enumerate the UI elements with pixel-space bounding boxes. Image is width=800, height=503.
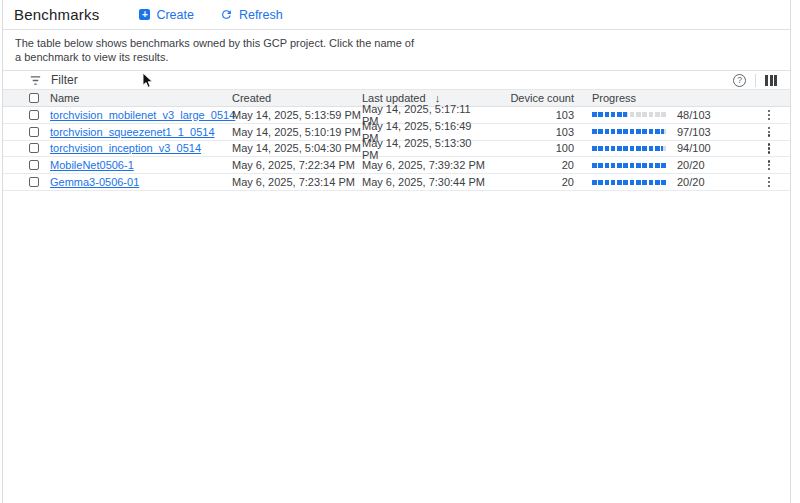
select-all-checkbox[interactable]: [29, 93, 39, 103]
table-body: torchvision_mobilenet_v3_large_0514 May …: [3, 107, 790, 191]
progress-label: 97/103: [677, 126, 711, 138]
row-actions-menu-icon[interactable]: [765, 125, 773, 139]
column-header-progress: Progress: [592, 92, 636, 104]
table-row: MobileNet0506-1 May 6, 2025, 7:22:34 PM …: [3, 157, 790, 174]
column-header-created[interactable]: Created: [232, 92, 362, 104]
row-updated: May 6, 2025, 7:39:32 PM: [362, 159, 486, 171]
row-checkbox-cell: [3, 177, 50, 187]
row-actions-menu-icon[interactable]: [765, 158, 773, 172]
row-checkbox-cell: [3, 143, 50, 153]
row-checkbox-cell: [3, 110, 50, 120]
progress-bar: [592, 146, 668, 151]
row-progress-cell: 48/103: [592, 109, 711, 121]
help-icon[interactable]: ?: [733, 74, 746, 87]
refresh-icon: [220, 8, 233, 21]
row-checkbox[interactable]: [29, 160, 39, 170]
row-progress-cell: 97/103: [592, 126, 711, 138]
row-checkbox[interactable]: [29, 127, 39, 137]
column-settings-icon[interactable]: [765, 75, 777, 86]
description-line-2: a benchmark to view its results.: [15, 50, 790, 64]
row-name-link[interactable]: torchvision_mobilenet_v3_large_0514: [50, 109, 235, 121]
row-progress-cell: 94/100: [592, 142, 711, 154]
row-created: May 14, 2025, 5:10:19 PM: [232, 126, 362, 138]
progress-label: 94/100: [677, 142, 711, 154]
row-checkbox-cell: [3, 160, 50, 170]
row-updated: May 6, 2025, 7:30:44 PM: [362, 176, 486, 188]
progress-bar: [592, 112, 668, 117]
progress-fill: [592, 146, 663, 151]
row-device-count: 103: [486, 126, 574, 138]
row-name-link[interactable]: Gemma3-0506-01: [50, 176, 139, 188]
create-button[interactable]: + Create: [139, 8, 194, 22]
progress-fill: [592, 112, 627, 117]
row-device-count: 20: [486, 176, 574, 188]
progress-fill: [592, 129, 664, 134]
row-created: May 14, 2025, 5:13:59 PM: [232, 109, 362, 121]
progress-fill: [592, 163, 668, 168]
progress-fill: [592, 180, 668, 185]
row-checkbox-cell: [3, 127, 50, 137]
progress-bar: [592, 180, 668, 185]
plus-icon: +: [139, 9, 150, 20]
row-created: May 6, 2025, 7:23:14 PM: [232, 176, 362, 188]
row-checkbox[interactable]: [29, 143, 39, 153]
table-row: Gemma3-0506-01 May 6, 2025, 7:23:14 PM M…: [3, 174, 790, 191]
refresh-button[interactable]: Refresh: [220, 8, 283, 22]
benchmarks-page: Benchmarks + Create Refresh The table be…: [2, 0, 791, 503]
column-header-device-count[interactable]: Device count: [486, 92, 574, 104]
row-device-count: 103: [486, 109, 574, 121]
row-progress-cell: 20/20: [592, 159, 705, 171]
page-header: Benchmarks + Create Refresh: [3, 0, 790, 30]
page-description: The table below shows benchmarks owned b…: [3, 30, 790, 71]
row-actions-menu-icon[interactable]: [765, 141, 773, 155]
column-header-name[interactable]: Name: [50, 92, 232, 104]
row-progress-cell: 20/20: [592, 176, 705, 188]
progress-label: 20/20: [677, 159, 705, 171]
row-name-link[interactable]: torchvision_squeezenet1_1_0514: [50, 126, 215, 138]
row-updated: May 14, 2025, 5:13:30 PM: [362, 137, 486, 161]
filter-toolbar: Filter ?: [3, 71, 790, 89]
page-title: Benchmarks: [14, 6, 99, 23]
description-line-1: The table below shows benchmarks owned b…: [15, 36, 790, 50]
header-checkbox-cell: [3, 93, 50, 103]
row-name-link[interactable]: torchvision_inception_v3_0514: [50, 142, 201, 154]
filter-icon: [29, 74, 42, 87]
progress-label: 20/20: [677, 176, 705, 188]
row-device-count: 100: [486, 142, 574, 154]
toolbar-divider: [755, 74, 756, 87]
toolbar-right: ?: [733, 74, 777, 87]
progress-bar: [592, 129, 668, 134]
create-button-label: Create: [156, 8, 194, 22]
row-actions-menu-icon[interactable]: [765, 108, 773, 122]
refresh-button-label: Refresh: [239, 8, 283, 22]
table-row: torchvision_inception_v3_0514 May 14, 20…: [3, 141, 790, 158]
filter-label: Filter: [51, 73, 78, 87]
progress-label: 48/103: [677, 109, 711, 121]
row-actions-menu-icon[interactable]: [765, 175, 773, 189]
row-device-count: 20: [486, 159, 574, 171]
progress-bar: [592, 163, 668, 168]
help-glyph: ?: [737, 75, 742, 85]
row-name-link[interactable]: MobileNet0506-1: [50, 159, 134, 171]
header-actions: + Create Refresh: [139, 8, 282, 22]
filter-button[interactable]: Filter: [29, 73, 78, 87]
row-created: May 14, 2025, 5:04:30 PM: [232, 142, 362, 154]
row-checkbox[interactable]: [29, 110, 39, 120]
row-created: May 6, 2025, 7:22:34 PM: [232, 159, 362, 171]
row-checkbox[interactable]: [29, 177, 39, 187]
